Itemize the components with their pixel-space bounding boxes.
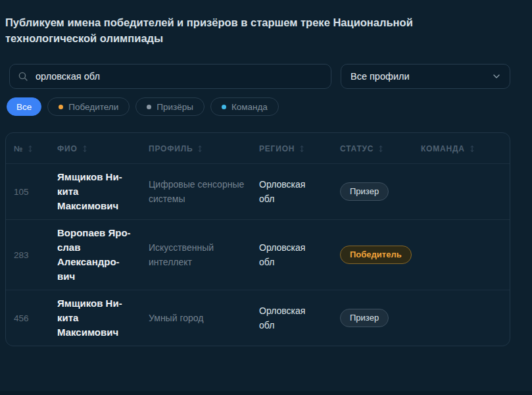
team-dot-icon bbox=[222, 105, 226, 109]
row-region: Орловская обл bbox=[259, 240, 322, 269]
status-badge: Призер bbox=[340, 309, 389, 327]
row-number: 105 bbox=[14, 187, 57, 197]
sort-icon bbox=[197, 145, 203, 153]
chevron-down-icon bbox=[493, 74, 500, 79]
chip-all-label: Все bbox=[16, 102, 32, 112]
results-table: № ФИО ПРОФИЛЬ РЕГИОН СТАТУС КОМАНДА 105 … bbox=[5, 132, 510, 346]
row-status-cell: Призер bbox=[340, 182, 421, 201]
row-name: Ямщиков Ни- кита Максимович bbox=[57, 296, 141, 340]
page-title: Публикуем имена победителей и призёров в… bbox=[5, 14, 506, 46]
sort-icon bbox=[82, 145, 87, 153]
winners-dot-icon bbox=[59, 105, 63, 109]
search-icon bbox=[18, 71, 28, 82]
profile-select-value: Все профили bbox=[351, 71, 410, 82]
bottom-edge bbox=[0, 391, 532, 395]
column-header-name[interactable]: ФИО bbox=[57, 144, 149, 153]
controls-row: Все профили bbox=[9, 64, 510, 89]
chip-winners[interactable]: Победители bbox=[47, 97, 130, 116]
profile-select[interactable]: Все профили bbox=[341, 64, 510, 89]
filter-chips: Все Победители Призёры Команда bbox=[7, 97, 523, 116]
row-profile: Искусственный интеллект bbox=[149, 240, 249, 269]
row-status-cell: Призер bbox=[340, 309, 421, 327]
chip-team-label: Команда bbox=[231, 102, 268, 112]
column-header-num[interactable]: № bbox=[14, 144, 57, 153]
table-header-row: № ФИО ПРОФИЛЬ РЕГИОН СТАТУС КОМАНДА bbox=[6, 133, 510, 163]
chip-all[interactable]: Все bbox=[7, 97, 41, 116]
row-name: Ямщиков Ни- кита Максимович bbox=[57, 170, 141, 213]
column-header-profile[interactable]: ПРОФИЛЬ bbox=[149, 144, 259, 153]
search-input[interactable] bbox=[34, 70, 323, 82]
table-row: 456 Ямщиков Ни- кита Максимович Умный го… bbox=[6, 290, 510, 346]
row-profile: Умный город bbox=[149, 311, 249, 325]
row-region: Орловская обл bbox=[259, 303, 322, 332]
search-field-wrapper bbox=[9, 64, 331, 89]
chip-winners-label: Победители bbox=[68, 102, 118, 112]
table-row: 105 Ямщиков Ни- кита Максимович Цифровые… bbox=[6, 163, 510, 219]
column-header-status[interactable]: СТАТУС bbox=[340, 144, 421, 153]
sort-icon bbox=[470, 145, 475, 153]
column-header-region[interactable]: РЕГИОН bbox=[259, 144, 340, 153]
column-header-team[interactable]: КОМАНДА bbox=[421, 144, 502, 153]
row-name: Воропаев Яро- слав Александро- вич bbox=[57, 226, 141, 284]
table-row: 283 Воропаев Яро- слав Александро- вич И… bbox=[6, 219, 510, 290]
sort-icon bbox=[299, 145, 304, 153]
row-status-cell: Победитель bbox=[340, 246, 421, 264]
chip-team[interactable]: Команда bbox=[210, 97, 279, 116]
row-profile: Цифровые сенсорные системы bbox=[149, 177, 249, 206]
row-number: 283 bbox=[14, 250, 57, 260]
sort-icon bbox=[378, 145, 383, 153]
prize-dot-icon bbox=[147, 105, 151, 109]
row-number: 456 bbox=[14, 313, 57, 323]
sort-icon bbox=[28, 145, 33, 153]
row-region: Орловская обл bbox=[259, 177, 322, 206]
chip-prize-label: Призёры bbox=[157, 102, 193, 112]
status-badge: Призер bbox=[340, 182, 389, 201]
chip-prize[interactable]: Призёры bbox=[135, 97, 205, 116]
status-badge: Победитель bbox=[340, 246, 412, 264]
